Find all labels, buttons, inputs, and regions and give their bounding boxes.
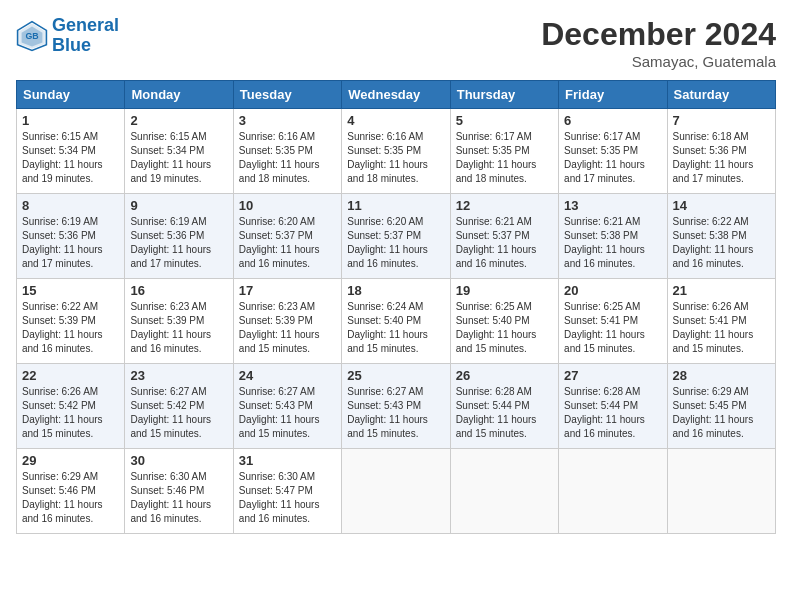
day-number: 13 <box>564 198 661 213</box>
calendar-day-cell: 24 Sunrise: 6:27 AMSunset: 5:43 PMDaylig… <box>233 364 341 449</box>
calendar-day-cell: 4 Sunrise: 6:16 AMSunset: 5:35 PMDayligh… <box>342 109 450 194</box>
day-info: Sunrise: 6:22 AMSunset: 5:39 PMDaylight:… <box>22 300 119 356</box>
logo-blue: Blue <box>52 35 91 55</box>
day-info: Sunrise: 6:30 AMSunset: 5:47 PMDaylight:… <box>239 470 336 526</box>
calendar-day-cell: 7 Sunrise: 6:18 AMSunset: 5:36 PMDayligh… <box>667 109 775 194</box>
day-number: 7 <box>673 113 770 128</box>
calendar-day-cell: 28 Sunrise: 6:29 AMSunset: 5:45 PMDaylig… <box>667 364 775 449</box>
day-info: Sunrise: 6:27 AMSunset: 5:43 PMDaylight:… <box>239 385 336 441</box>
page-header: GB General Blue December 2024 Samayac, G… <box>16 16 776 70</box>
day-number: 17 <box>239 283 336 298</box>
calendar-day-cell: 25 Sunrise: 6:27 AMSunset: 5:43 PMDaylig… <box>342 364 450 449</box>
calendar-empty-cell <box>667 449 775 534</box>
calendar-header-row: SundayMondayTuesdayWednesdayThursdayFrid… <box>17 81 776 109</box>
calendar-day-cell: 31 Sunrise: 6:30 AMSunset: 5:47 PMDaylig… <box>233 449 341 534</box>
day-info: Sunrise: 6:19 AMSunset: 5:36 PMDaylight:… <box>130 215 227 271</box>
calendar-day-cell: 5 Sunrise: 6:17 AMSunset: 5:35 PMDayligh… <box>450 109 558 194</box>
day-info: Sunrise: 6:28 AMSunset: 5:44 PMDaylight:… <box>456 385 553 441</box>
day-number: 14 <box>673 198 770 213</box>
day-number: 24 <box>239 368 336 383</box>
day-info: Sunrise: 6:17 AMSunset: 5:35 PMDaylight:… <box>456 130 553 186</box>
day-info: Sunrise: 6:17 AMSunset: 5:35 PMDaylight:… <box>564 130 661 186</box>
day-info: Sunrise: 6:21 AMSunset: 5:38 PMDaylight:… <box>564 215 661 271</box>
day-number: 23 <box>130 368 227 383</box>
calendar-day-header: Saturday <box>667 81 775 109</box>
day-info: Sunrise: 6:20 AMSunset: 5:37 PMDaylight:… <box>239 215 336 271</box>
calendar-day-cell: 8 Sunrise: 6:19 AMSunset: 5:36 PMDayligh… <box>17 194 125 279</box>
calendar-day-cell: 20 Sunrise: 6:25 AMSunset: 5:41 PMDaylig… <box>559 279 667 364</box>
day-number: 31 <box>239 453 336 468</box>
day-number: 10 <box>239 198 336 213</box>
location: Samayac, Guatemala <box>541 53 776 70</box>
calendar-day-cell: 26 Sunrise: 6:28 AMSunset: 5:44 PMDaylig… <box>450 364 558 449</box>
day-info: Sunrise: 6:16 AMSunset: 5:35 PMDaylight:… <box>239 130 336 186</box>
day-number: 5 <box>456 113 553 128</box>
day-info: Sunrise: 6:30 AMSunset: 5:46 PMDaylight:… <box>130 470 227 526</box>
calendar-day-cell: 16 Sunrise: 6:23 AMSunset: 5:39 PMDaylig… <box>125 279 233 364</box>
calendar-day-header: Sunday <box>17 81 125 109</box>
day-number: 11 <box>347 198 444 213</box>
calendar-day-cell: 18 Sunrise: 6:24 AMSunset: 5:40 PMDaylig… <box>342 279 450 364</box>
calendar-week-row: 1 Sunrise: 6:15 AMSunset: 5:34 PMDayligh… <box>17 109 776 194</box>
day-info: Sunrise: 6:25 AMSunset: 5:41 PMDaylight:… <box>564 300 661 356</box>
day-number: 2 <box>130 113 227 128</box>
day-number: 15 <box>22 283 119 298</box>
day-info: Sunrise: 6:15 AMSunset: 5:34 PMDaylight:… <box>130 130 227 186</box>
day-number: 26 <box>456 368 553 383</box>
day-info: Sunrise: 6:27 AMSunset: 5:43 PMDaylight:… <box>347 385 444 441</box>
day-info: Sunrise: 6:19 AMSunset: 5:36 PMDaylight:… <box>22 215 119 271</box>
day-number: 27 <box>564 368 661 383</box>
calendar-table: SundayMondayTuesdayWednesdayThursdayFrid… <box>16 80 776 534</box>
day-info: Sunrise: 6:29 AMSunset: 5:46 PMDaylight:… <box>22 470 119 526</box>
calendar-day-cell: 27 Sunrise: 6:28 AMSunset: 5:44 PMDaylig… <box>559 364 667 449</box>
day-info: Sunrise: 6:29 AMSunset: 5:45 PMDaylight:… <box>673 385 770 441</box>
day-info: Sunrise: 6:25 AMSunset: 5:40 PMDaylight:… <box>456 300 553 356</box>
day-info: Sunrise: 6:24 AMSunset: 5:40 PMDaylight:… <box>347 300 444 356</box>
calendar-day-cell: 15 Sunrise: 6:22 AMSunset: 5:39 PMDaylig… <box>17 279 125 364</box>
calendar-day-cell: 2 Sunrise: 6:15 AMSunset: 5:34 PMDayligh… <box>125 109 233 194</box>
calendar-day-header: Friday <box>559 81 667 109</box>
calendar-day-cell: 10 Sunrise: 6:20 AMSunset: 5:37 PMDaylig… <box>233 194 341 279</box>
day-info: Sunrise: 6:22 AMSunset: 5:38 PMDaylight:… <box>673 215 770 271</box>
calendar-day-header: Tuesday <box>233 81 341 109</box>
day-number: 25 <box>347 368 444 383</box>
calendar-body: 1 Sunrise: 6:15 AMSunset: 5:34 PMDayligh… <box>17 109 776 534</box>
day-info: Sunrise: 6:26 AMSunset: 5:41 PMDaylight:… <box>673 300 770 356</box>
calendar-day-header: Monday <box>125 81 233 109</box>
calendar-day-cell: 6 Sunrise: 6:17 AMSunset: 5:35 PMDayligh… <box>559 109 667 194</box>
day-info: Sunrise: 6:21 AMSunset: 5:37 PMDaylight:… <box>456 215 553 271</box>
day-number: 20 <box>564 283 661 298</box>
logo-text: General Blue <box>52 16 119 56</box>
calendar-week-row: 15 Sunrise: 6:22 AMSunset: 5:39 PMDaylig… <box>17 279 776 364</box>
calendar-day-cell: 1 Sunrise: 6:15 AMSunset: 5:34 PMDayligh… <box>17 109 125 194</box>
calendar-day-cell: 14 Sunrise: 6:22 AMSunset: 5:38 PMDaylig… <box>667 194 775 279</box>
day-number: 9 <box>130 198 227 213</box>
calendar-day-header: Thursday <box>450 81 558 109</box>
calendar-day-cell: 29 Sunrise: 6:29 AMSunset: 5:46 PMDaylig… <box>17 449 125 534</box>
calendar-week-row: 8 Sunrise: 6:19 AMSunset: 5:36 PMDayligh… <box>17 194 776 279</box>
day-info: Sunrise: 6:23 AMSunset: 5:39 PMDaylight:… <box>130 300 227 356</box>
calendar-day-cell: 23 Sunrise: 6:27 AMSunset: 5:42 PMDaylig… <box>125 364 233 449</box>
day-number: 28 <box>673 368 770 383</box>
day-number: 19 <box>456 283 553 298</box>
day-info: Sunrise: 6:20 AMSunset: 5:37 PMDaylight:… <box>347 215 444 271</box>
calendar-day-cell: 22 Sunrise: 6:26 AMSunset: 5:42 PMDaylig… <box>17 364 125 449</box>
calendar-day-cell: 3 Sunrise: 6:16 AMSunset: 5:35 PMDayligh… <box>233 109 341 194</box>
day-number: 29 <box>22 453 119 468</box>
day-number: 30 <box>130 453 227 468</box>
day-number: 22 <box>22 368 119 383</box>
day-number: 12 <box>456 198 553 213</box>
day-number: 18 <box>347 283 444 298</box>
calendar-day-cell: 12 Sunrise: 6:21 AMSunset: 5:37 PMDaylig… <box>450 194 558 279</box>
day-number: 4 <box>347 113 444 128</box>
calendar-day-cell: 11 Sunrise: 6:20 AMSunset: 5:37 PMDaylig… <box>342 194 450 279</box>
calendar-day-cell: 19 Sunrise: 6:25 AMSunset: 5:40 PMDaylig… <box>450 279 558 364</box>
calendar-empty-cell <box>342 449 450 534</box>
calendar-day-cell: 17 Sunrise: 6:23 AMSunset: 5:39 PMDaylig… <box>233 279 341 364</box>
day-info: Sunrise: 6:28 AMSunset: 5:44 PMDaylight:… <box>564 385 661 441</box>
calendar-week-row: 29 Sunrise: 6:29 AMSunset: 5:46 PMDaylig… <box>17 449 776 534</box>
day-info: Sunrise: 6:27 AMSunset: 5:42 PMDaylight:… <box>130 385 227 441</box>
calendar-day-cell: 9 Sunrise: 6:19 AMSunset: 5:36 PMDayligh… <box>125 194 233 279</box>
day-info: Sunrise: 6:18 AMSunset: 5:36 PMDaylight:… <box>673 130 770 186</box>
day-number: 21 <box>673 283 770 298</box>
